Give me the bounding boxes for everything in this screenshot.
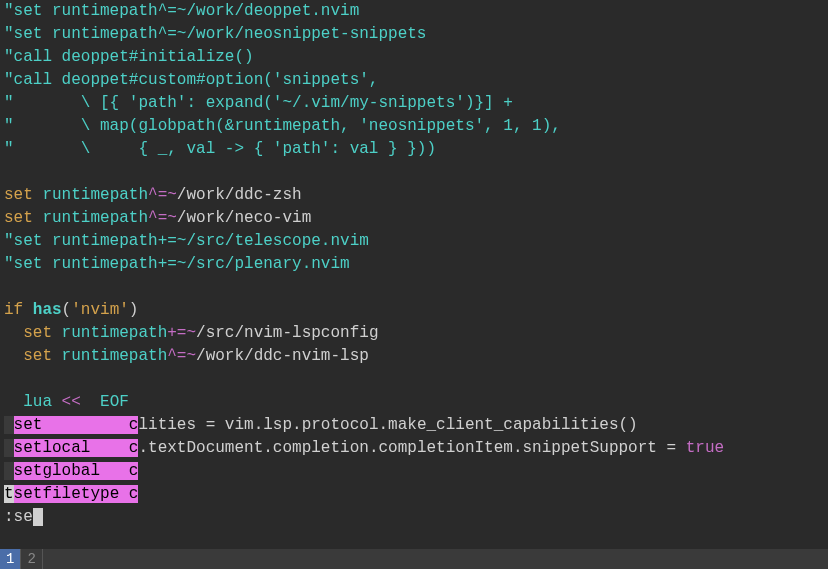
completion-match: set c: [14, 416, 139, 434]
code-line: "call deoppet#initialize(): [4, 46, 824, 69]
code-line: "set runtimepath+=~/src/telescope.nvim: [4, 230, 824, 253]
code-line: if has('nvim'): [4, 299, 824, 322]
code-line: " \ { _, val -> { 'path': val } })): [4, 138, 824, 161]
code-line: "set runtimepath^=~/work/deoppet.nvim: [4, 0, 824, 23]
code-line: lua << EOF: [4, 391, 824, 414]
code-line: [4, 276, 824, 299]
code-line: "call deoppet#custom#option('snippets',: [4, 69, 824, 92]
code-line: set runtimepath^=~/work/ddc-nvim-lsp: [4, 345, 824, 368]
code-line: [4, 161, 824, 184]
cursor: [33, 508, 43, 526]
tab-2[interactable]: 2: [21, 549, 42, 569]
completion-row-selected[interactable]: tsetfiletype c: [4, 483, 824, 506]
code-line: set runtimepath^=~/work/neco-vim: [4, 207, 824, 230]
code-line: set runtimepath^=~/work/ddc-zsh: [4, 184, 824, 207]
completion-row[interactable]: set clities = vim.lsp.protocol.make_clie…: [4, 414, 824, 437]
tab-bar: 1 2: [0, 549, 828, 569]
code-line: set runtimepath+=~/src/nvim-lspconfig: [4, 322, 824, 345]
command-line[interactable]: :se: [4, 506, 824, 529]
completion-match: setglobal c: [14, 462, 139, 480]
tab-1[interactable]: 1: [0, 549, 21, 569]
code-line: " \ map(globpath(&runtimepath, 'neosnipp…: [4, 115, 824, 138]
code-line: "set runtimepath^=~/work/neosnippet-snip…: [4, 23, 824, 46]
code-line: " \ [{ 'path': expand('~/.vim/my-snippet…: [4, 92, 824, 115]
code-line: "set runtimepath+=~/src/plenary.nvim: [4, 253, 824, 276]
code-line: [4, 368, 824, 391]
completion-row[interactable]: setglobal c: [4, 460, 824, 483]
editor-viewport[interactable]: "set runtimepath^=~/work/deoppet.nvim "s…: [0, 0, 828, 529]
completion-row[interactable]: setlocal c.textDocument.completion.compl…: [4, 437, 824, 460]
completion-match: setfiletype c: [14, 485, 139, 503]
completion-match: setlocal c: [14, 439, 139, 457]
